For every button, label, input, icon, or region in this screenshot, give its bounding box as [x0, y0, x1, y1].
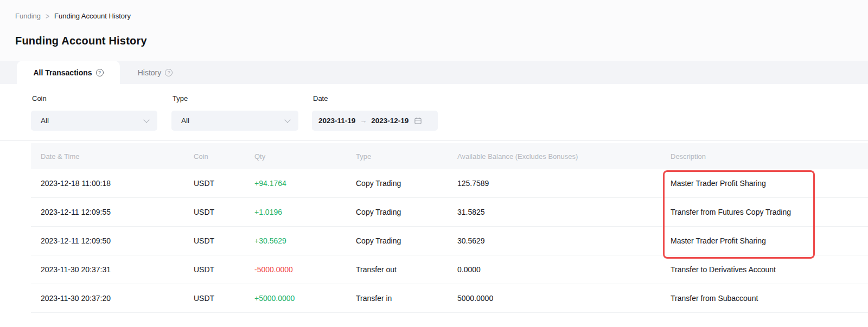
qty-cell: +1.0196 [254, 208, 356, 216]
coin-cell: USDT [194, 179, 254, 188]
page-header: Funding > Funding Account History Fundin… [0, 0, 868, 61]
column-header-coin: Coin [194, 152, 254, 161]
description-cell: Transfer from Futures Copy Trading [671, 208, 868, 216]
tab-all-transactions[interactable]: All Transactions ? [17, 61, 120, 84]
page-title: Funding Account History [15, 35, 147, 47]
help-icon[interactable]: ? [96, 69, 104, 76]
datetime-cell: 2023-12-18 11:00:18 [41, 179, 194, 188]
qty-cell: -5000.0000 [254, 265, 356, 274]
table-row: 2023-11-30 20:37:31 USDT -5000.0000 Tran… [31, 255, 868, 284]
type-cell: Transfer out [356, 265, 457, 274]
table-header: Date & Time Coin Qty Type Available Bala… [31, 143, 868, 169]
column-header-description: Description [671, 152, 868, 161]
date-range-end: 2023-12-19 [371, 117, 409, 125]
date-range-start: 2023-11-19 [318, 117, 355, 125]
tab-history-label: History [138, 68, 162, 77]
coin-cell: USDT [194, 294, 254, 303]
chevron-down-icon [284, 117, 290, 123]
section-divider [0, 140, 868, 141]
chevron-down-icon [143, 117, 149, 123]
type-cell: Transfer in [356, 294, 457, 303]
qty-cell: +5000.0000 [254, 294, 356, 303]
type-cell: Copy Trading [356, 208, 457, 216]
balance-cell: 0.0000 [457, 265, 671, 274]
coin-select-value: All [41, 117, 49, 125]
breadcrumb: Funding > Funding Account History [15, 12, 131, 20]
qty-cell: +30.5629 [254, 236, 356, 245]
breadcrumb-current: Funding Account History [54, 12, 131, 20]
calendar-icon [414, 117, 422, 125]
datetime-cell: 2023-11-30 20:37:20 [41, 294, 194, 303]
description-cell: Master Trader Profit Sharing [671, 236, 868, 245]
datetime-cell: 2023-11-30 20:37:31 [41, 265, 194, 274]
balance-cell: 31.5825 [457, 208, 671, 216]
tab-bar: All Transactions ? History ? [0, 61, 868, 84]
tab-all-transactions-label: All Transactions [33, 68, 92, 77]
balance-cell: 125.7589 [457, 179, 671, 188]
coin-cell: USDT [194, 236, 254, 245]
transactions-table: 2023-12-18 11:00:18 USDT +94.1764 Copy T… [31, 169, 868, 313]
coin-cell: USDT [194, 265, 254, 274]
type-select-value: All [181, 117, 189, 125]
table-row: 2023-12-11 12:09:55 USDT +1.0196 Copy Tr… [31, 198, 868, 227]
column-header-datetime: Date & Time [41, 152, 194, 161]
coin-cell: USDT [194, 208, 254, 216]
date-range-picker[interactable]: 2023-11-19 → 2023-12-19 [312, 111, 438, 131]
table-row: 2023-12-18 11:00:18 USDT +94.1764 Copy T… [31, 169, 868, 198]
type-cell: Copy Trading [356, 236, 457, 245]
chevron-right-icon: > [46, 11, 49, 20]
datetime-cell: 2023-12-11 12:09:55 [41, 208, 194, 216]
datetime-cell: 2023-12-11 12:09:50 [41, 236, 194, 245]
description-cell: Transfer from Subaccount [671, 294, 868, 303]
type-filter-label: Type [173, 94, 188, 102]
date-filter-label: Date [313, 94, 328, 102]
help-icon[interactable]: ? [165, 69, 173, 76]
column-header-balance: Available Balance (Excludes Bonuses) [457, 152, 671, 161]
breadcrumb-item-funding[interactable]: Funding [15, 12, 41, 20]
type-cell: Copy Trading [356, 179, 457, 188]
balance-cell: 5000.0000 [457, 294, 671, 303]
tab-history[interactable]: History ? [120, 61, 190, 84]
description-cell: Transfer to Derivatives Account [671, 265, 868, 274]
qty-cell: +94.1764 [254, 179, 356, 188]
table-row: 2023-11-30 20:37:20 USDT +5000.0000 Tran… [31, 284, 868, 313]
table-row: 2023-12-11 12:09:50 USDT +30.5629 Copy T… [31, 227, 868, 255]
arrow-right-icon: → [360, 117, 367, 125]
column-header-qty: Qty [254, 152, 356, 161]
description-cell: Master Trader Profit Sharing [671, 179, 868, 188]
column-header-type: Type [356, 152, 457, 161]
balance-cell: 30.5629 [457, 236, 671, 245]
type-select[interactable]: All [171, 111, 298, 131]
coin-select[interactable]: All [31, 111, 157, 131]
coin-filter-label: Coin [32, 94, 47, 102]
